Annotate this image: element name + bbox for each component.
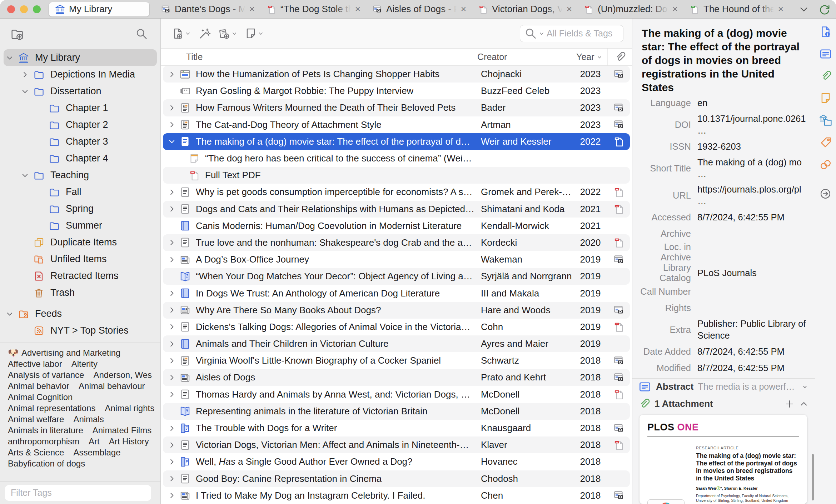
locate-icon[interactable] xyxy=(819,187,832,201)
tab-close-icon[interactable]: × xyxy=(460,4,467,15)
tab-close-icon[interactable]: × xyxy=(354,4,361,15)
add-attachment-icon[interactable] xyxy=(784,399,795,409)
sidebar-item-feeds[interactable]: Feeds xyxy=(4,305,157,322)
sidebar-item-trash[interactable]: Trash xyxy=(4,284,157,301)
column-header-attachment[interactable] xyxy=(608,49,632,65)
field-value[interactable]: 8/7/2024, 6:42:55 PM xyxy=(697,344,808,359)
scrollbar-thumb[interactable] xyxy=(812,454,814,500)
item-row[interactable]: Victorian Dogs, Victorian Men: Affect an… xyxy=(163,436,630,453)
item-row[interactable]: The making of a (dog) movie star: The ef… xyxy=(163,133,630,150)
tag-filter-input[interactable] xyxy=(5,485,151,501)
collapse-caret-icon[interactable] xyxy=(799,399,808,409)
sidebar-item-unfiled-items[interactable]: Unfiled Items xyxy=(4,251,157,268)
expand-right-icon[interactable] xyxy=(166,289,177,297)
sidebar-item-chapter-4[interactable]: Chapter 4 xyxy=(4,150,157,167)
tag-art-history[interactable]: Art History xyxy=(109,436,149,446)
attachments-section-header[interactable]: 1 Attachment xyxy=(632,395,815,413)
tag-anthropomorphism[interactable]: anthropomorphism xyxy=(8,436,79,446)
sidebar-item-fall[interactable]: Fall xyxy=(4,184,157,200)
expand-right-icon[interactable] xyxy=(166,458,177,466)
field-value[interactable]: 10.1371/journal.pone.0261 … xyxy=(697,111,808,138)
item-row[interactable]: The Trouble with Dogs for a Writer Knaus… xyxy=(163,420,630,436)
new-note-button[interactable] xyxy=(242,25,266,42)
expand-right-icon[interactable] xyxy=(166,188,177,196)
column-header-year[interactable]: Year xyxy=(573,49,608,65)
sidebar-item-nyt-top-stories[interactable]: NYT > Top Stories xyxy=(4,322,157,339)
tag-animals-in-literature[interactable]: Animals in literature xyxy=(8,425,83,435)
tag-babyfication-of-dogs[interactable]: Babyfication of dogs xyxy=(8,459,85,469)
tag-animal-representations[interactable]: Animal representations xyxy=(8,403,95,413)
expand-right-icon[interactable] xyxy=(166,357,177,365)
attachments-icon[interactable] xyxy=(819,69,832,83)
expand-right-icon[interactable] xyxy=(166,475,177,483)
search-icon[interactable] xyxy=(524,28,537,40)
collection-search-icon[interactable] xyxy=(135,28,148,40)
tag-animal-behaviour[interactable]: Animal behaviour xyxy=(79,381,145,391)
libraries-collections-icon[interactable] xyxy=(819,114,832,127)
expand-right-icon[interactable] xyxy=(166,491,177,499)
expand-right-icon[interactable] xyxy=(166,323,177,331)
sidebar-item-depictions-in-media[interactable]: Depictions In Media xyxy=(4,66,157,83)
tag-arts-science[interactable]: Arts & Science xyxy=(8,448,64,458)
column-header-title[interactable]: Title xyxy=(161,49,472,65)
twisty-down-icon[interactable] xyxy=(19,171,31,179)
sidebar-item-chapter-3[interactable]: Chapter 3 xyxy=(4,133,157,150)
sidebar-item-teaching[interactable]: Teaching xyxy=(4,167,157,184)
field-value[interactable]: en xyxy=(697,95,808,111)
item-row[interactable]: Virginia Woolf's Little-Known Biography … xyxy=(163,352,630,369)
tab-reader-2[interactable]: “The Dog Stole the P× xyxy=(260,2,366,17)
field-value[interactable]: Publisher: Public Library of Science xyxy=(697,316,808,343)
window-zoom-button[interactable] xyxy=(33,5,41,13)
notes-icon[interactable] xyxy=(819,91,832,105)
sidebar-item-dissertation[interactable]: Dissertation xyxy=(4,83,157,100)
tag-animal-welfare[interactable]: Animal welfare xyxy=(8,414,64,424)
field-value[interactable]: 8/7/2024, 6:42:55 PM xyxy=(697,360,808,376)
tag-assemblage[interactable]: Assemblage xyxy=(73,448,120,458)
new-attachment-button[interactable] xyxy=(216,25,239,42)
tag-animals[interactable]: Animals xyxy=(73,414,104,424)
item-row[interactable]: Dogs and Cats and Their Relationships wi… xyxy=(163,201,630,218)
field-value[interactable] xyxy=(697,232,808,235)
new-item-button[interactable] xyxy=(169,25,193,42)
tag-analysis-of-variance[interactable]: Analysis of variance xyxy=(8,370,84,380)
twisty-right-icon[interactable] xyxy=(19,71,31,79)
item-row[interactable]: How Famous Writers Mourned the Death of … xyxy=(163,99,630,116)
tab-close-icon[interactable]: × xyxy=(249,4,255,15)
add-by-identifier-button[interactable] xyxy=(196,25,213,42)
tab-my-library[interactable]: My Library xyxy=(49,2,150,17)
field-value[interactable]: https://journals.plos.org/pl … xyxy=(697,182,808,209)
tag-anderson-wes[interactable]: Anderson, Wes xyxy=(93,370,152,380)
field-value[interactable]: 8/7/2024, 6:42:55 PM xyxy=(697,210,808,225)
item-row[interactable]: Why is pet goods consumption imperceptib… xyxy=(163,184,630,200)
chevron-down-icon[interactable] xyxy=(802,384,808,390)
expand-right-icon[interactable] xyxy=(166,70,177,78)
expand-right-icon[interactable] xyxy=(166,441,177,449)
tag-animal-behavior[interactable]: Animal behavior xyxy=(8,381,69,391)
tab-close-icon[interactable]: × xyxy=(566,4,573,15)
search-scope-chevron-icon[interactable] xyxy=(539,31,544,36)
child-item-row[interactable]: Full Text PDF xyxy=(163,167,630,184)
item-row[interactable]: Animals and Their Children in Victorian … xyxy=(163,335,630,352)
sidebar-item-summer[interactable]: Summer xyxy=(4,217,157,234)
tab-list-chevron-icon[interactable] xyxy=(798,4,809,15)
item-row[interactable]: Dickens's Talking Dogs: Allegories of An… xyxy=(163,319,630,335)
expand-right-icon[interactable] xyxy=(166,205,177,213)
tab-reader-1[interactable]: Dante’s Dogs - Mang× xyxy=(155,2,260,17)
sidebar-item-spring[interactable]: Spring xyxy=(4,200,157,217)
tag-advertising-and-marketing[interactable]: 🐶Advertising and Marketing xyxy=(8,348,120,358)
tag-art[interactable]: Art xyxy=(89,436,100,446)
pdf-preview-card[interactable]: PLOS ONE Check for updates OPEN ACCESSCi… xyxy=(640,415,807,504)
expand-down-icon[interactable] xyxy=(166,138,177,145)
item-row[interactable]: Representing animals in the literature o… xyxy=(163,403,630,420)
abstract-icon[interactable] xyxy=(819,47,832,61)
tab-reader-5[interactable]: (Un)muzzled: Dogs i× xyxy=(578,2,683,17)
twisty-down-icon[interactable] xyxy=(4,310,16,318)
sidebar-item-retracted-items[interactable]: Retracted Items xyxy=(4,268,157,284)
expand-right-icon[interactable] xyxy=(166,121,177,129)
sync-icon[interactable] xyxy=(818,3,831,15)
related-icon[interactable] xyxy=(819,158,832,171)
item-info-icon[interactable] xyxy=(819,25,832,39)
expand-right-icon[interactable] xyxy=(166,340,177,348)
tab-reader-4[interactable]: Victorian Dogs, Victo× xyxy=(472,2,578,17)
window-minimize-button[interactable] xyxy=(20,5,28,13)
